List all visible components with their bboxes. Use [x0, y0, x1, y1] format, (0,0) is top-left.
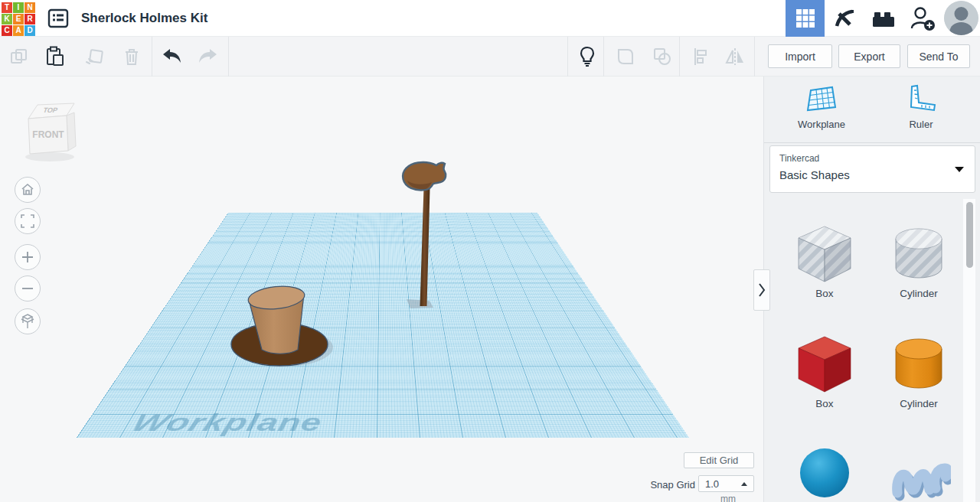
snap-grid-value: 1.0 — [705, 478, 719, 490]
brick-icon[interactable] — [864, 0, 903, 37]
shape-label: Cylinder — [874, 288, 964, 299]
fit-view-button[interactable] — [15, 208, 41, 234]
tinkercad-app: T I N K E R C A D Sherlock Holmes Kit — [0, 0, 980, 502]
toolbar-divider — [567, 37, 568, 77]
shape-hole-box[interactable]: Box — [779, 220, 870, 299]
zoom-in-button[interactable] — [15, 244, 41, 270]
shape-category-select[interactable]: Tinkercad Basic Shapes — [769, 145, 975, 193]
panel-tools: Workplane Ruler — [764, 77, 980, 143]
shape-label: Box — [779, 398, 870, 409]
logo-tile: D — [24, 25, 35, 36]
mirror-icon[interactable] — [724, 46, 746, 67]
header: T I N K E R C A D Sherlock Holmes Kit — [0, 0, 980, 37]
delete-icon[interactable] — [121, 46, 142, 67]
shape-hole-cylinder[interactable]: Cylinder — [874, 220, 964, 299]
logo-tile: E — [13, 14, 24, 24]
toolbar: Import Export Send To — [0, 37, 980, 77]
logo-tile: K — [2, 14, 12, 24]
chevron-down-icon — [955, 167, 964, 172]
shape-orange-cylinder[interactable]: Cylinder — [874, 331, 964, 409]
redo-icon[interactable] — [198, 46, 219, 67]
export-button[interactable]: Export — [838, 44, 900, 68]
category-brand: Tinkercad — [779, 153, 819, 164]
shape-scribble[interactable] — [874, 442, 964, 502]
lightbulb-icon[interactable] — [577, 46, 598, 67]
group-icon[interactable] — [615, 46, 636, 67]
workplane-tool[interactable]: Workplane — [779, 84, 864, 130]
page-title: Sherlock Holmes Kit — [81, 11, 207, 26]
main: Workplane — [0, 77, 980, 502]
top-hat-object[interactable] — [226, 274, 341, 367]
shape-label: Box — [779, 288, 870, 299]
home-view-button[interactable] — [15, 177, 41, 203]
toolbar-divider — [152, 37, 152, 77]
cane-object[interactable] — [392, 153, 461, 314]
shape-sphere[interactable] — [779, 442, 870, 502]
collapse-panel-button[interactable] — [753, 269, 770, 311]
ruler-tool-label: Ruler — [879, 119, 963, 130]
panel-scrollbar[interactable] — [966, 202, 973, 268]
toolbar-divider — [679, 37, 680, 77]
logo-tile: C — [2, 25, 12, 36]
import-button[interactable]: Import — [768, 44, 832, 68]
shape-label: Cylinder — [874, 398, 964, 409]
viewcube-front-label: FRONT — [32, 129, 64, 140]
toolbar-divider — [754, 37, 755, 77]
toolbar-divider — [228, 37, 229, 77]
design-menu-icon[interactable] — [46, 7, 70, 30]
add-person-icon[interactable] — [903, 0, 942, 37]
logo-tile: I — [13, 2, 24, 13]
logo-tile: R — [24, 14, 35, 24]
category-name: Basic Shapes — [779, 168, 850, 181]
shapes-panel: Workplane Ruler Tinkercad Basic Shapes — [763, 77, 980, 502]
logo-tile: T — [2, 2, 12, 13]
caret-up-icon — [741, 482, 747, 486]
perspective-toggle-button[interactable] — [15, 308, 41, 334]
snap-grid-unit: mm — [720, 494, 736, 502]
zoom-out-button[interactable] — [15, 275, 41, 302]
logo-tile: N — [24, 2, 35, 13]
snap-grid-label: Snap Grid — [650, 479, 695, 491]
toolbar-divider — [603, 37, 604, 77]
edit-grid-button[interactable]: Edit Grid — [684, 452, 754, 468]
viewcube-top-label: TOP — [42, 106, 58, 114]
ungroup-icon[interactable] — [652, 46, 673, 67]
duplicate-icon[interactable] — [83, 46, 105, 67]
send-to-button[interactable]: Send To — [907, 44, 970, 68]
tinkercad-logo[interactable]: T I N K E R C A D — [2, 2, 35, 36]
3d-viewport[interactable]: Workplane — [0, 77, 763, 502]
designs-grid-icon[interactable] — [786, 0, 825, 37]
align-icon[interactable] — [690, 46, 711, 67]
snap-grid-controls: Snap Grid 1.0 mm — [536, 475, 754, 502]
snap-grid-select[interactable]: 1.0 — [698, 475, 754, 492]
logo-tile: A — [13, 25, 24, 36]
undo-icon[interactable] — [161, 46, 182, 67]
copy-icon[interactable] — [8, 46, 30, 67]
workplane-tool-label: Workplane — [779, 119, 864, 130]
view-cube[interactable]: TOP FRONT — [19, 96, 80, 163]
workplane-grid[interactable]: Workplane — [77, 213, 689, 438]
minecraft-pickaxe-icon[interactable] — [825, 0, 864, 37]
shape-red-box[interactable]: Box — [779, 331, 870, 409]
ruler-tool[interactable]: Ruler — [879, 84, 963, 130]
workplane-watermark: Workplane — [126, 409, 324, 436]
paste-icon[interactable] — [44, 46, 66, 67]
header-right — [786, 0, 980, 37]
avatar[interactable] — [944, 1, 978, 35]
